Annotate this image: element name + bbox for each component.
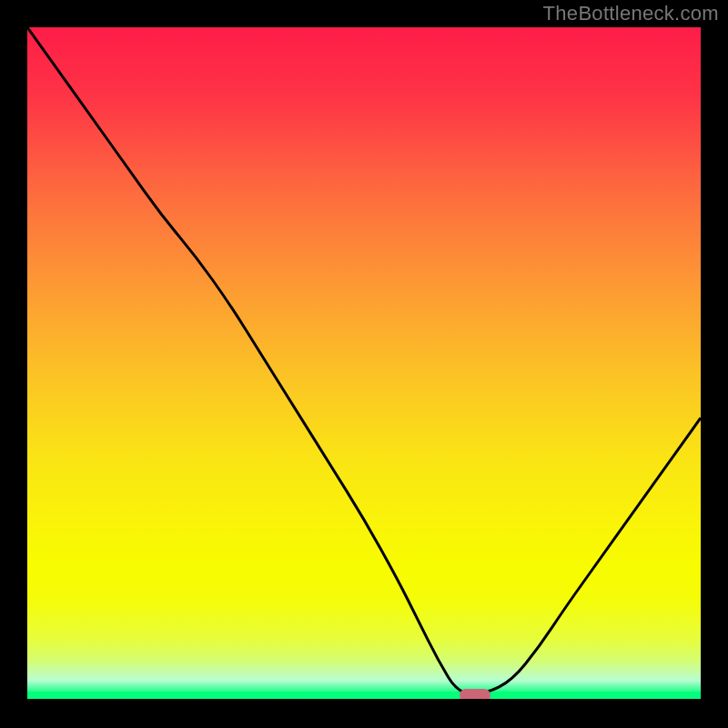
watermark-text: TheBottleneck.com	[543, 2, 719, 25]
x-axis-line	[27, 699, 701, 701]
plot-area	[27, 27, 701, 701]
page-root: TheBottleneck.com	[0, 0, 728, 728]
curve-svg	[27, 27, 701, 701]
curve-path	[27, 27, 701, 694]
